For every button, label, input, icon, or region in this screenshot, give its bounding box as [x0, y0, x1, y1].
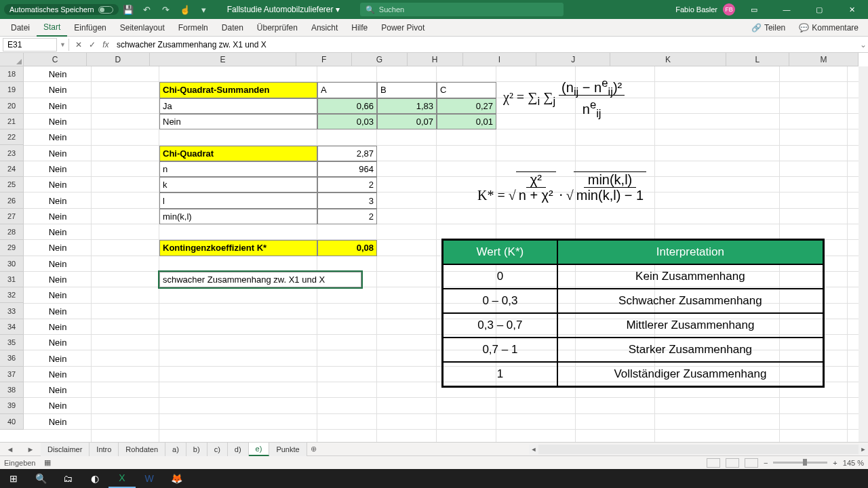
firefox-taskbar-icon[interactable]: 🦊 [163, 469, 190, 488]
excel-taskbar-icon[interactable]: X [108, 469, 136, 488]
data-cell[interactable]: Nein [24, 256, 92, 272]
maximize-icon[interactable]: ▢ [806, 0, 833, 19]
sheet-tab[interactable]: e) [249, 443, 270, 456]
sheet-tab[interactable]: Intro [90, 443, 119, 456]
row-header[interactable]: 32 [0, 287, 24, 303]
sheet-tab[interactable]: d) [228, 443, 249, 456]
row-header[interactable]: 36 [0, 350, 24, 366]
ribbon-tab-start[interactable]: Start [37, 19, 67, 37]
autosave-toggle[interactable]: Automatisches Speichern [4, 4, 119, 15]
row-header[interactable]: 23 [0, 145, 24, 161]
stat-label[interactable]: k [159, 177, 317, 192]
data-cell[interactable]: Nein [24, 287, 92, 303]
summanden-col[interactable]: C [437, 82, 496, 98]
search-taskbar-icon[interactable]: 🔍 [27, 469, 54, 488]
data-cell[interactable]: Nein [24, 272, 92, 287]
data-cell[interactable]: Nein [24, 66, 92, 82]
stat-val[interactable]: 2,87 [317, 146, 377, 161]
zoom-slider[interactable] [773, 462, 827, 464]
name-box[interactable]: E31 [3, 38, 57, 52]
ribbon-tab-daten[interactable]: Daten [215, 19, 250, 37]
row-header[interactable]: 37 [0, 367, 24, 382]
sheet-tab[interactable]: Punkte [269, 443, 307, 456]
ribbon-tab-power pivot[interactable]: Power Pivot [374, 19, 431, 37]
ribbon-tab-ansicht[interactable]: Ansicht [304, 19, 344, 37]
summanden-col[interactable]: A [317, 82, 377, 98]
sheet-tab[interactable]: Rohdaten [119, 443, 165, 456]
k-val[interactable]: 0,08 [317, 240, 377, 256]
zoom-out-button[interactable]: − [764, 459, 768, 467]
ribbon-tab-einfügen[interactable]: Einfügen [67, 19, 113, 37]
data-cell[interactable]: Nein [24, 240, 92, 256]
data-cell[interactable]: Nein [24, 335, 92, 350]
data-cell[interactable]: Nein [24, 146, 92, 161]
user-name[interactable]: Fabio Basler [675, 5, 717, 14]
save-icon[interactable]: 💾 [119, 0, 138, 19]
col-header[interactable]: K [610, 53, 726, 66]
stat-label[interactable]: min(k,l) [159, 209, 317, 224]
summanden-val[interactable]: 0,01 [437, 114, 496, 129]
data-cell[interactable]: Nein [24, 304, 92, 319]
data-cell[interactable]: Nein [24, 224, 92, 240]
col-header[interactable]: F [296, 53, 352, 66]
stat-val[interactable]: 3 [317, 192, 377, 208]
ribbon-tab-seitenlayout[interactable]: Seitenlayout [113, 19, 172, 37]
macro-record-icon[interactable]: ▦ [44, 458, 51, 467]
stat-val[interactable]: 964 [317, 161, 377, 177]
redo-icon[interactable]: ↷ [157, 0, 176, 19]
summanden-val[interactable]: 0,07 [377, 114, 437, 129]
data-cell[interactable]: Nein [24, 209, 92, 224]
row-header[interactable]: 25 [0, 177, 24, 192]
zoom-level[interactable]: 145 % [843, 459, 864, 467]
data-cell[interactable]: Nein [24, 161, 92, 177]
expand-formula-icon[interactable]: ⌄ [859, 40, 868, 49]
ribbon-tab-datei[interactable]: Datei [4, 19, 37, 37]
sheet-tab[interactable]: b) [186, 443, 208, 456]
column-headers[interactable]: CDEFGHIJKLM [24, 53, 859, 66]
sheet-tab[interactable]: a) [165, 443, 186, 456]
spreadsheet-grid[interactable]: CDEFGHIJKLM 1819202122232425262728293031… [0, 53, 868, 442]
data-cell[interactable]: Nein [24, 414, 92, 430]
add-sheet-button[interactable]: ⊕ [307, 445, 321, 453]
col-header[interactable]: G [352, 53, 408, 66]
row-header[interactable]: 19 [0, 82, 24, 98]
data-cell[interactable]: Nein [24, 382, 92, 398]
ribbon-tab-hilfe[interactable]: Hilfe [344, 19, 374, 37]
zoom-in-button[interactable]: + [833, 459, 837, 467]
col-header[interactable]: J [536, 53, 610, 66]
stat-val[interactable]: 2 [317, 209, 377, 224]
enter-icon[interactable]: ✓ [85, 40, 99, 49]
data-cell[interactable]: Nein [24, 319, 92, 335]
app-icon-2[interactable]: ◐ [81, 469, 108, 488]
word-taskbar-icon[interactable]: W [136, 469, 163, 488]
share-button[interactable]: 🔗 Teilen [746, 20, 791, 35]
row-header[interactable]: 38 [0, 382, 24, 398]
sheet-tab[interactable]: c) [208, 443, 228, 456]
row-header[interactable]: 34 [0, 319, 24, 335]
comments-button[interactable]: 💬 Kommentare [793, 20, 864, 35]
sheet-prev-icon[interactable]: ◄ [7, 445, 14, 453]
undo-icon[interactable]: ↶ [138, 0, 157, 19]
select-all-button[interactable] [0, 53, 24, 66]
row-header[interactable]: 20 [0, 98, 24, 114]
row-header[interactable]: 24 [0, 161, 24, 177]
row-header[interactable]: 28 [0, 224, 24, 240]
editing-cell[interactable]: schwacher Zusammenhang zw. X1 und X [159, 272, 361, 287]
fx-icon[interactable]: fx [99, 40, 113, 49]
horizontal-scrollbar[interactable]: ◄► [529, 445, 868, 454]
col-header[interactable]: L [726, 53, 789, 66]
touch-icon[interactable]: ☝ [176, 0, 195, 19]
ribbon-display-icon[interactable]: ▭ [741, 0, 768, 19]
col-header[interactable]: I [463, 53, 537, 66]
row-header[interactable]: 39 [0, 398, 24, 413]
data-cell[interactable]: Nein [24, 398, 92, 413]
data-cell[interactable]: Nein [24, 129, 92, 145]
row-header[interactable]: 40 [0, 414, 24, 430]
row-header[interactable]: 18 [0, 66, 24, 82]
row-header[interactable]: 26 [0, 192, 24, 208]
row-header[interactable]: 35 [0, 335, 24, 350]
data-cell[interactable]: Nein [24, 98, 92, 114]
row-headers[interactable]: 1819202122232425262728293031323334353637… [0, 66, 24, 442]
data-cell[interactable]: Nein [24, 82, 92, 98]
stat-label[interactable]: n [159, 161, 317, 177]
